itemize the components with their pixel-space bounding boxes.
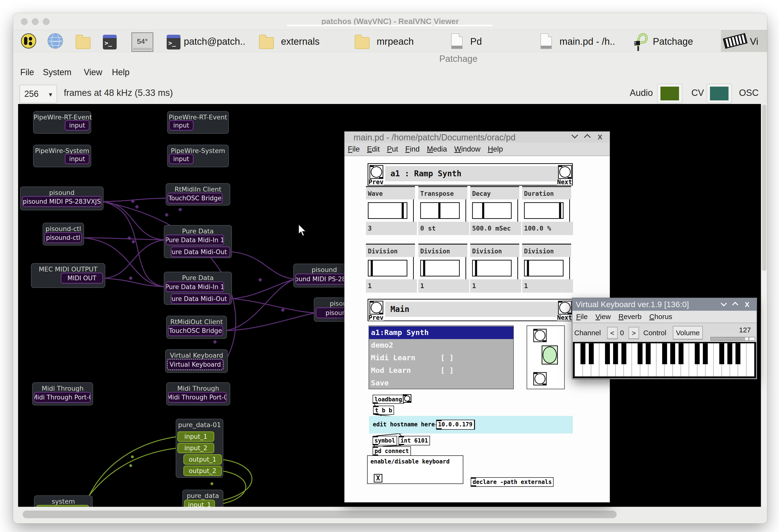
port-pisound-ctl[interactable]: pisound-ctl [44, 232, 82, 243]
minimize-icon[interactable] [719, 300, 729, 309]
port-input_2[interactable]: input_2 [177, 443, 214, 453]
port-audio[interactable] [36, 505, 89, 507]
black-key-5[interactable] [621, 343, 626, 364]
port-Virtual Keyboard[interactable]: Virtual Keyboard [167, 359, 224, 370]
param-slider-3[interactable] [524, 202, 563, 219]
top-bang[interactable] [533, 329, 547, 342]
pd-canvas[interactable]: Prev a1 : Ramp Synth Next Prev Main Next… [345, 156, 610, 502]
taskbar-item-mrpeach[interactable]: mrpeach [377, 36, 414, 47]
globe-icon[interactable] [48, 33, 63, 49]
taskbar-item-mainpd[interactable]: main.pd - /h.. [559, 36, 615, 47]
preset-item-mod-learn[interactable]: Mod Learn[ ] [369, 364, 513, 377]
declare-object[interactable]: declare -path externals [471, 477, 553, 487]
int-object[interactable]: int 6101 [399, 436, 430, 445]
channel-next-button[interactable]: > [628, 327, 639, 339]
division-slider-0[interactable] [368, 260, 407, 276]
control-select[interactable]: Volume [673, 326, 703, 340]
port-Pure Data Midi-In 1[interactable]: Pure Data Midi-In 1 [166, 281, 224, 292]
black-key-15[interactable] [703, 343, 708, 364]
port-Midi Through Port-0[interactable]: Midi Through Port-0 [168, 392, 227, 403]
hostname-message[interactable]: 10.0.0.179 [436, 420, 475, 430]
param-slider-1[interactable] [420, 202, 460, 219]
patchage-logo-icon[interactable] [21, 33, 36, 49]
port-input[interactable]: input [169, 120, 193, 131]
port-pisound MIDI PS-283VXJS[interactable]: pisound MIDI PS-283VXJS [22, 196, 102, 207]
pd-menu-find[interactable]: Find [405, 145, 419, 153]
taskbar-item-virtual-keyboard[interactable]: Vi [750, 36, 758, 47]
preset-item-midi-learn[interactable]: Midi Learn[ ] [369, 352, 513, 364]
param-slider-0[interactable] [368, 202, 407, 219]
maximize-icon[interactable] [582, 132, 593, 142]
vk-menu-view[interactable]: View [595, 313, 611, 321]
bottom-bang[interactable] [533, 372, 547, 386]
black-key-12[interactable] [678, 343, 683, 364]
close-icon[interactable]: X [595, 132, 605, 142]
pd-menu-window[interactable]: Window [454, 145, 480, 153]
port-input[interactable]: input [65, 120, 89, 131]
division-slider-2[interactable] [472, 260, 512, 276]
main-next-bang[interactable] [558, 301, 572, 315]
param-slider-2[interactable] [472, 202, 512, 219]
black-key-3[interactable] [605, 343, 610, 364]
preset-item-demo2[interactable]: demo2 [369, 339, 513, 352]
loadbang-bang[interactable] [403, 394, 411, 403]
symbol-object[interactable]: symbol [373, 436, 397, 445]
division-slider-1[interactable] [420, 260, 460, 276]
port-input[interactable]: input [65, 154, 89, 164]
preset-item-save[interactable]: Save [369, 377, 513, 389]
port-output_1[interactable]: output_1 [183, 454, 222, 465]
minimize-icon[interactable] [570, 132, 580, 142]
patchage-menu-system[interactable]: System [43, 67, 71, 77]
next-bang[interactable] [558, 165, 572, 179]
patchage-plug-icon[interactable] [631, 31, 651, 51]
folder-icon[interactable] [259, 37, 274, 49]
pd-menu-edit[interactable]: Edit [367, 145, 379, 153]
main-prev-bang[interactable] [369, 301, 383, 315]
port-TouchOSC Bridge[interactable]: TouchOSC Bridge [168, 325, 223, 336]
port-MIDI OUT[interactable]: MIDI OUT [61, 273, 103, 284]
patchage-menu-file[interactable]: File [20, 67, 34, 77]
division-slider-3[interactable] [524, 260, 563, 276]
vk-titlebar[interactable]: Virtual Keyboard ver.1.9 [136:0] X [572, 298, 757, 311]
port-input_1[interactable]: input_1 [177, 431, 214, 442]
loadbang-object[interactable]: loadbang [373, 395, 404, 404]
pd-connect-object[interactable]: pd connect [373, 446, 411, 456]
port-output_2[interactable]: output_2 [183, 466, 222, 476]
maximize-icon[interactable] [730, 300, 740, 309]
buffer-size-dropdown[interactable]: 256 ▼ [19, 85, 57, 103]
port-Pure Data Midi-Out 1[interactable]: Pure Data Midi-Out 1 [171, 247, 230, 257]
port-input_1[interactable]: input_1 [184, 500, 215, 507]
black-key-17[interactable] [719, 343, 724, 364]
pd-menu-put[interactable]: Put [387, 145, 398, 153]
port-input[interactable]: input [169, 154, 193, 164]
keyboard-toggle[interactable]: X [374, 474, 382, 482]
prev-bang[interactable] [369, 165, 383, 179]
vk-menu-file[interactable]: File [576, 313, 588, 321]
vk-menu-chorus[interactable]: Chorus [649, 313, 672, 321]
taskbar-item-externals[interactable]: externals [281, 36, 319, 47]
file-icon[interactable] [451, 33, 463, 49]
taskbar-item-pd[interactable]: Pd [470, 36, 482, 47]
preset-list[interactable]: a1:Ramp Synthdemo2Midi Learn[ ]Mod Learn… [368, 326, 514, 389]
port-TouchOSC Bridge[interactable]: TouchOSC Bridge [167, 193, 223, 204]
black-key-10[interactable] [662, 343, 667, 364]
weather-widget[interactable]: 54° [131, 32, 153, 52]
white-key-21[interactable] [746, 343, 754, 377]
black-key-19[interactable] [735, 343, 740, 364]
close-icon[interactable]: X [742, 300, 752, 309]
black-key-8[interactable] [646, 343, 651, 364]
terminal-icon[interactable]: >_ [167, 35, 180, 50]
patchage-menu-view[interactable]: View [84, 67, 102, 77]
vk-menu-reverb[interactable]: Reverb [618, 313, 642, 321]
taskbar-item-terminal[interactable]: patch@patch.. [184, 36, 245, 47]
channel-prev-button[interactable]: < [607, 327, 617, 339]
port-Pure Data Midi-In 1[interactable]: Pure Data Midi-In 1 [166, 235, 224, 245]
vertical-scrollbar[interactable] [761, 104, 767, 507]
file-icon[interactable] [540, 33, 552, 49]
patchage-menu-help[interactable]: Help [112, 67, 129, 77]
black-key-11[interactable] [670, 343, 675, 364]
port-Pure Data Midi-Out 1[interactable]: Pure Data Midi-Out 1 [171, 293, 230, 304]
green-toggle[interactable] [542, 345, 558, 364]
pd-menu-file[interactable]: File [348, 145, 360, 153]
pd-titlebar[interactable]: main.pd - /home/patch/Documents/orac/pd … [345, 132, 610, 143]
